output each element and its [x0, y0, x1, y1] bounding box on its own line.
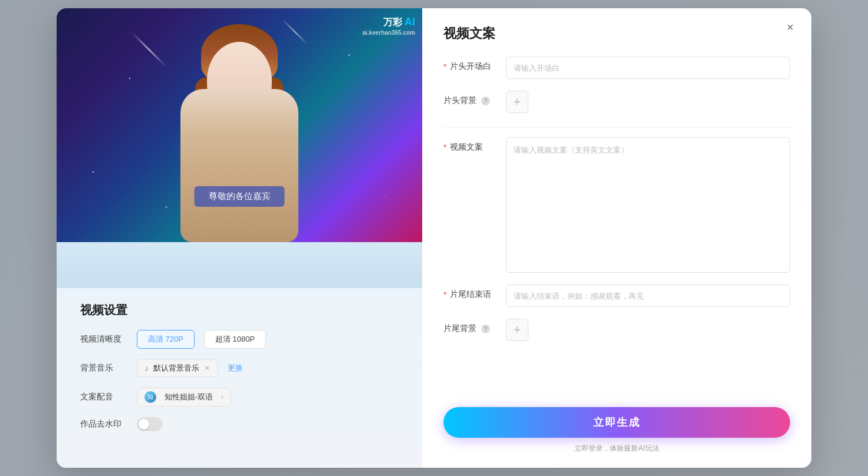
subtitle-bar: 尊敬的各位嘉宾 [195, 186, 285, 207]
quality-row: 视频清晰度 高清 720P 超清 1080P [80, 330, 399, 349]
header-bg-label: 片头背景 ? [443, 91, 497, 106]
light-streak-2 [282, 19, 308, 45]
music-row: 背景音乐 ♪ 默认背景音乐 × 更换 [80, 359, 399, 377]
header-bg-help-icon[interactable]: ? [481, 97, 490, 105]
watermark-toggle-row: 作品去水印 [80, 417, 399, 431]
quality-label: 视频清晰度 [80, 334, 127, 345]
video-copy-label: * 视频文案 [443, 137, 497, 153]
voice-selector[interactable]: 知 知性姐姐-双语 › [137, 388, 231, 406]
music-change-button[interactable]: 更换 [228, 363, 243, 373]
ending-label: * 片尾结束语 [443, 285, 497, 300]
divider-1 [443, 127, 790, 128]
brand-name-cn: 万彩 [383, 17, 402, 27]
panel-title: 视频文案 [443, 25, 790, 42]
ending-input[interactable] [506, 285, 790, 307]
modal-container: × 万彩 AI ai.keerhan365.com [57, 8, 811, 468]
voice-label: 文案配音 [80, 392, 127, 402]
brand-url: ai.keerhan365.com [363, 29, 416, 37]
video-copy-textarea[interactable] [506, 137, 790, 273]
opening-required-mark: * [443, 62, 446, 71]
generate-button[interactable]: 立即生成 [443, 407, 790, 438]
modal-overlay: × 万彩 AI ai.keerhan365.com [0, 0, 868, 476]
footer-bg-row: 片尾背景 ? + [443, 319, 790, 341]
opening-row: * 片头开场白 [443, 57, 790, 79]
footer-bg-add-button[interactable]: + [506, 319, 528, 341]
watermark: 万彩 AI ai.keerhan365.com [363, 15, 416, 37]
light-streak-1 [131, 32, 166, 67]
music-tag: ♪ 默认背景音乐 × [137, 359, 218, 377]
music-label: 背景音乐 [80, 363, 127, 373]
voice-avatar-icon: 知 [144, 391, 156, 403]
quality-720p-button[interactable]: 高清 720P [137, 330, 195, 349]
quality-1080p-button[interactable]: 超清 1080P [204, 330, 266, 349]
left-panel: 万彩 AI ai.keerhan365.com 尊敬的各位 [57, 8, 422, 468]
music-close-icon[interactable]: × [204, 364, 211, 372]
generate-section: 立即生成 立即登录，体验最新AI玩法 [443, 395, 790, 454]
watermark-toggle-label: 作品去水印 [80, 419, 127, 429]
ending-row: * 片尾结束语 [443, 285, 790, 307]
opening-label: * 片头开场白 [443, 57, 497, 72]
video-copy-row: * 视频文案 [443, 137, 790, 273]
login-hint: 立即登录，体验最新AI玩法 [574, 444, 659, 454]
avatar-body [180, 89, 298, 242]
watermark-toggle[interactable] [137, 417, 163, 431]
video-bottom-bar [57, 242, 422, 288]
voice-row: 文案配音 知 知性姐姐-双语 › [80, 388, 399, 406]
ending-required-mark: * [443, 290, 446, 299]
header-bg-add-button[interactable]: + [506, 91, 528, 113]
chevron-right-icon: › [221, 393, 223, 401]
avatar-figure [163, 48, 316, 242]
footer-bg-label: 片尾背景 ? [443, 319, 497, 334]
opening-input[interactable] [506, 57, 790, 79]
video-copy-required-mark: * [443, 143, 446, 152]
settings-title: 视频设置 [80, 302, 399, 318]
footer-bg-help-icon[interactable]: ? [481, 325, 490, 333]
voice-name: 知性姐姐-双语 [165, 392, 213, 402]
close-button[interactable]: × [781, 18, 800, 37]
video-preview: 万彩 AI ai.keerhan365.com 尊敬的各位 [57, 8, 422, 242]
music-name: 默认背景音乐 [153, 363, 199, 373]
brand-name-ai: AI [405, 16, 415, 28]
right-panel: 视频文案 * 片头开场白 片头背景 ? + [422, 8, 811, 468]
settings-section: 视频设置 视频清晰度 高清 720P 超清 1080P 背景音乐 ♪ 默认背景音… [57, 288, 422, 456]
header-bg-row: 片头背景 ? + [443, 91, 790, 113]
video-background: 万彩 AI ai.keerhan365.com 尊敬的各位 [57, 8, 422, 242]
music-note-icon: ♪ [144, 363, 149, 373]
